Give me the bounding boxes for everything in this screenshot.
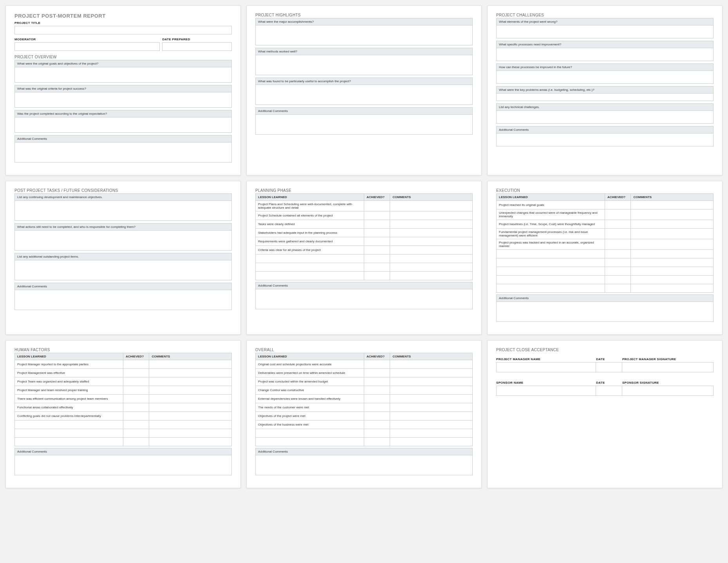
box-post-comments[interactable] xyxy=(14,290,232,310)
box-overview-2[interactable] xyxy=(14,92,232,108)
box-overview-1[interactable] xyxy=(14,67,232,83)
cell-comments[interactable] xyxy=(390,220,473,229)
cell-achieved[interactable] xyxy=(605,276,631,284)
box-challenges-1[interactable] xyxy=(496,25,714,38)
box-challenges-comments[interactable] xyxy=(496,133,714,146)
cell-achieved[interactable] xyxy=(123,412,149,420)
box-execution-comments[interactable] xyxy=(496,301,714,322)
cell-comments[interactable] xyxy=(390,246,473,254)
cell-comments[interactable] xyxy=(631,239,714,250)
cell-comments[interactable] xyxy=(631,267,714,276)
box-post-2[interactable] xyxy=(14,230,232,251)
box-challenges-5[interactable] xyxy=(496,110,714,124)
box-post-1[interactable] xyxy=(14,200,232,221)
cell-achieved[interactable] xyxy=(123,369,149,377)
cell-comments[interactable] xyxy=(149,386,232,395)
input-pm-name[interactable] xyxy=(496,362,596,372)
cell-achieved[interactable] xyxy=(605,284,631,293)
cell-achieved[interactable] xyxy=(364,237,390,246)
input-sponsor-date[interactable] xyxy=(596,386,622,396)
input-pm-date[interactable] xyxy=(596,362,622,372)
cell-achieved[interactable] xyxy=(364,369,390,377)
input-pm-sig[interactable] xyxy=(622,362,714,372)
cell-achieved[interactable] xyxy=(605,267,631,276)
cell-comments[interactable] xyxy=(390,272,473,280)
cell-achieved[interactable] xyxy=(123,395,149,403)
input-moderator[interactable] xyxy=(14,42,160,51)
cell-achieved[interactable] xyxy=(123,438,149,446)
cell-comments[interactable] xyxy=(631,250,714,258)
cell-comments[interactable] xyxy=(390,263,473,272)
input-sponsor-sig[interactable] xyxy=(622,386,714,396)
cell-achieved[interactable] xyxy=(605,250,631,258)
cell-comments[interactable] xyxy=(149,360,232,369)
cell-achieved[interactable] xyxy=(364,429,390,438)
cell-achieved[interactable] xyxy=(364,412,390,420)
input-date-prepared[interactable] xyxy=(162,42,232,51)
cell-comments[interactable] xyxy=(631,201,714,209)
cell-achieved[interactable] xyxy=(123,360,149,369)
cell-achieved[interactable] xyxy=(364,386,390,395)
cell-comments[interactable] xyxy=(390,420,473,429)
cell-comments[interactable] xyxy=(390,369,473,377)
box-highlights-comments[interactable] xyxy=(255,114,473,135)
box-highlights-1[interactable] xyxy=(255,25,473,45)
cell-achieved[interactable] xyxy=(123,377,149,386)
cell-achieved[interactable] xyxy=(364,377,390,386)
cell-achieved[interactable] xyxy=(123,386,149,395)
cell-comments[interactable] xyxy=(390,254,473,263)
box-overall-comments[interactable] xyxy=(255,455,473,475)
cell-comments[interactable] xyxy=(149,377,232,386)
cell-achieved[interactable] xyxy=(605,239,631,250)
box-human-comments[interactable] xyxy=(14,455,232,475)
cell-comments[interactable] xyxy=(390,229,473,237)
cell-achieved[interactable] xyxy=(364,403,390,412)
box-challenges-2[interactable] xyxy=(496,48,714,61)
cell-comments[interactable] xyxy=(631,276,714,284)
cell-comments[interactable] xyxy=(390,201,473,211)
cell-comments[interactable] xyxy=(149,429,232,438)
cell-achieved[interactable] xyxy=(364,272,390,280)
cell-achieved[interactable] xyxy=(123,429,149,438)
cell-achieved[interactable] xyxy=(364,438,390,446)
cell-comments[interactable] xyxy=(390,360,473,369)
cell-comments[interactable] xyxy=(631,220,714,229)
cell-comments[interactable] xyxy=(149,420,232,429)
cell-comments[interactable] xyxy=(149,438,232,446)
input-sponsor-name[interactable] xyxy=(496,386,596,396)
cell-achieved[interactable] xyxy=(364,263,390,272)
cell-achieved[interactable] xyxy=(364,254,390,263)
cell-comments[interactable] xyxy=(390,429,473,438)
cell-achieved[interactable] xyxy=(605,209,631,220)
cell-comments[interactable] xyxy=(149,403,232,412)
cell-achieved[interactable] xyxy=(605,201,631,209)
cell-comments[interactable] xyxy=(390,395,473,403)
cell-achieved[interactable] xyxy=(364,220,390,229)
cell-achieved[interactable] xyxy=(364,201,390,211)
box-post-3[interactable] xyxy=(14,260,232,280)
box-challenges-3[interactable] xyxy=(496,70,714,84)
box-challenges-4[interactable] xyxy=(496,93,714,101)
cell-comments[interactable] xyxy=(390,438,473,446)
cell-achieved[interactable] xyxy=(364,395,390,403)
cell-achieved[interactable] xyxy=(605,229,631,239)
cell-comments[interactable] xyxy=(390,403,473,412)
cell-achieved[interactable] xyxy=(364,229,390,237)
cell-comments[interactable] xyxy=(390,412,473,420)
cell-achieved[interactable] xyxy=(364,246,390,254)
cell-comments[interactable] xyxy=(390,211,473,220)
cell-achieved[interactable] xyxy=(605,258,631,267)
cell-achieved[interactable] xyxy=(123,420,149,429)
cell-comments[interactable] xyxy=(390,377,473,386)
cell-achieved[interactable] xyxy=(364,211,390,220)
cell-comments[interactable] xyxy=(149,395,232,403)
box-highlights-2[interactable] xyxy=(255,55,473,75)
box-overview-3[interactable] xyxy=(14,117,232,133)
cell-comments[interactable] xyxy=(149,369,232,377)
cell-comments[interactable] xyxy=(631,209,714,220)
cell-comments[interactable] xyxy=(149,412,232,420)
box-highlights-3[interactable] xyxy=(255,85,473,105)
box-overview-comments[interactable] xyxy=(14,142,232,162)
cell-comments[interactable] xyxy=(390,237,473,246)
input-project-title[interactable] xyxy=(14,26,232,34)
